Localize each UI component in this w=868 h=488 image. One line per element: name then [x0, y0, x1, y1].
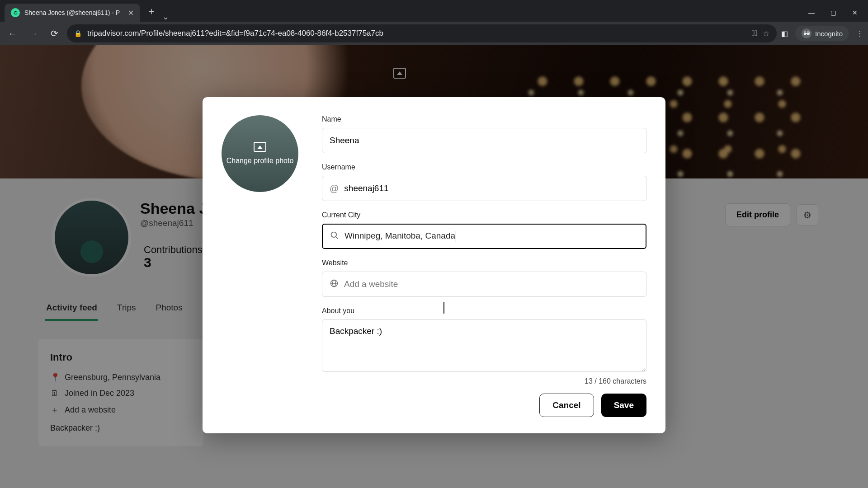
tab-close-icon[interactable]: ✕: [128, 9, 134, 17]
incognito-icon: 🕶: [802, 28, 811, 38]
search-icon: [330, 231, 339, 242]
about-textarea[interactable]: [322, 319, 646, 372]
edit-profile-modal: Change profile photo Name Username @: [203, 97, 665, 433]
at-symbol-icon: @: [330, 183, 339, 194]
tab-title: Sheena Jones (@sheenaj611) - P: [24, 9, 123, 16]
about-label: About you: [322, 307, 646, 315]
window-close-icon[interactable]: ✕: [844, 5, 865, 20]
text-caret: [456, 231, 456, 242]
save-button[interactable]: Save: [601, 394, 646, 417]
photo-icon: [254, 142, 266, 152]
new-tab-button[interactable]: ＋: [146, 5, 156, 18]
window-maximize-icon[interactable]: ▢: [823, 5, 844, 20]
window-minimize-icon[interactable]: ―: [801, 5, 822, 20]
incognito-badge[interactable]: 🕶 Incognito: [795, 26, 849, 41]
reload-button[interactable]: ⟳: [46, 25, 62, 42]
cancel-button[interactable]: Cancel: [539, 394, 594, 417]
text-cursor-icon: [443, 302, 444, 314]
website-input[interactable]: [322, 272, 646, 297]
lock-icon: 🔒: [74, 30, 82, 37]
tab-overflow-icon[interactable]: ⌄: [156, 12, 175, 22]
current-city-value: Winnipeg, Manitoba, Canada: [344, 231, 638, 242]
url-text: tripadvisor.com/Profile/sheenaj611?edit=…: [87, 29, 746, 38]
forward-button[interactable]: →: [25, 25, 42, 42]
svg-line-1: [336, 236, 338, 239]
change-photo-label: Change profile photo: [226, 156, 294, 166]
username-input-field[interactable]: [344, 183, 639, 193]
username-label: Username: [322, 163, 646, 171]
incognito-label: Incognito: [815, 30, 843, 38]
globe-icon: [330, 279, 339, 290]
browser-tab[interactable]: ⵙ Sheena Jones (@sheenaj611) - P ✕: [5, 4, 140, 22]
back-button[interactable]: ←: [5, 25, 21, 42]
side-panel-icon[interactable]: ◧: [781, 29, 788, 38]
tripadvisor-favicon: ⵙ: [11, 8, 20, 17]
city-label: Current City: [322, 211, 646, 219]
star-icon[interactable]: ☆: [763, 29, 769, 38]
eye-off-icon[interactable]: 👁̸: [752, 29, 757, 38]
change-profile-photo-button[interactable]: Change profile photo: [222, 115, 298, 192]
kebab-menu-icon[interactable]: ⋮: [856, 29, 863, 38]
name-label: Name: [322, 115, 646, 123]
current-city-input[interactable]: Winnipeg, Manitoba, Canada: [322, 224, 646, 249]
svg-point-0: [331, 232, 337, 237]
name-input-field[interactable]: [330, 136, 639, 145]
website-label: Website: [322, 259, 646, 267]
address-bar[interactable]: 🔒 tripadvisor.com/Profile/sheenaj611?edi…: [67, 24, 777, 42]
username-input[interactable]: @: [322, 176, 646, 201]
website-input-field[interactable]: [344, 279, 639, 289]
character-counter: 13 / 160 characters: [322, 377, 646, 385]
name-input[interactable]: [322, 128, 646, 153]
